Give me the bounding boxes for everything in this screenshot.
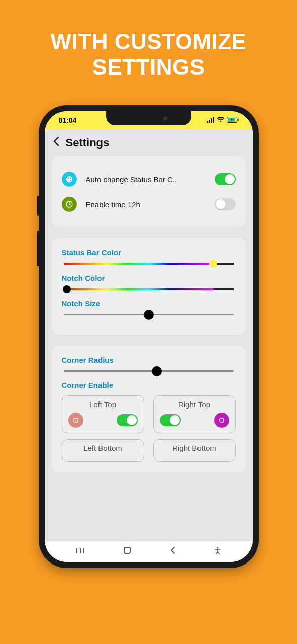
corner-right-top-toggle[interactable] [160,414,181,426]
svg-point-7 [66,176,72,182]
toggles-card: Auto change Status Bar C.. Enable time 1… [52,156,246,227]
notch-size-thumb[interactable] [144,310,154,320]
notch-color-label: Notch Color [62,274,236,282]
time-12h-toggle[interactable] [215,198,236,210]
auto-color-toggle[interactable] [215,173,236,185]
corner-radius-slider[interactable] [62,370,236,372]
corner-radius-label: Corner Radius [62,356,236,364]
notch-size-label: Notch Size [62,299,236,308]
corner-left-top-label: Left Top [68,400,138,409]
notch-color-thumb[interactable] [63,285,71,293]
android-navbar [45,541,253,562]
corner-right-top-swatch[interactable] [214,413,229,428]
svg-rect-1 [209,120,210,123]
corner-right-top: Right Top [153,395,236,433]
corner-left-top-toggle[interactable] [117,414,138,426]
svg-rect-13 [220,418,224,422]
corner-left-top-swatch[interactable] [68,413,83,428]
time-12h-row: Enable time 12h [62,192,236,217]
corner-right-bottom: Right Bottom [153,439,236,462]
svg-point-10 [69,180,70,181]
svg-rect-0 [207,121,208,123]
svg-rect-12 [74,418,78,422]
palette-icon [62,172,77,187]
svg-point-9 [69,178,70,179]
corner-top-row: Left Top Right Top [62,395,236,433]
corner-left-top: Left Top [62,395,144,433]
status-time: 01:04 [59,116,77,124]
svg-rect-3 [213,117,214,123]
nav-back-icon[interactable] [170,546,176,557]
svg-point-8 [67,178,68,179]
accessibility-icon[interactable] [214,546,221,557]
page-title: Settings [66,136,110,149]
svg-rect-2 [211,118,212,123]
clock-icon [62,197,77,212]
auto-color-row: Auto change Status Bar C.. [62,167,236,192]
notch-color-slider[interactable] [62,288,236,290]
auto-color-label: Auto change Status Bar C.. [86,175,206,184]
svg-rect-6 [237,119,238,121]
phone-notch [106,111,191,125]
wifi-icon [217,116,225,124]
settings-content: Auto change Status Bar C.. Enable time 1… [45,156,253,541]
corner-bottom-row: Left Bottom Right Bottom [62,439,236,462]
corner-enable-label: Corner Enable [62,381,236,389]
back-icon[interactable] [53,136,60,149]
status-bar: 01:04 [45,111,253,129]
status-icons [207,116,239,124]
phone-frame: 01:04 Settings [39,105,259,568]
battery-icon [227,116,239,124]
svg-rect-17 [124,547,130,553]
promo-heading: WITH CUSTOMIZE SETTINGS [51,29,247,80]
color-sliders-card: Status Bar Color Notch Color Notch Size [52,238,246,335]
corner-left-bottom-label: Left Bottom [68,444,138,452]
promo-line1: WITH CUSTOMIZE [51,29,247,55]
time-12h-label: Enable time 12h [86,200,206,209]
home-icon[interactable] [123,546,131,557]
signal-icon [207,116,215,124]
status-bar-color-label: Status Bar Color [62,248,236,257]
corner-radius-thumb[interactable] [152,366,162,376]
recent-apps-icon[interactable] [76,546,85,557]
corner-right-top-label: Right Top [160,400,229,409]
svg-point-18 [217,547,219,549]
notch-size-slider[interactable] [62,314,236,315]
status-bar-color-slider[interactable] [62,263,236,265]
corner-card: Corner Radius Corner Enable Left Top [52,346,246,472]
phone-screen: 01:04 Settings [45,111,253,562]
corner-right-bottom-label: Right Bottom [160,444,229,452]
corner-left-bottom: Left Bottom [62,439,144,462]
promo-line2: SETTINGS [51,55,247,80]
status-bar-color-thumb[interactable] [209,260,217,268]
